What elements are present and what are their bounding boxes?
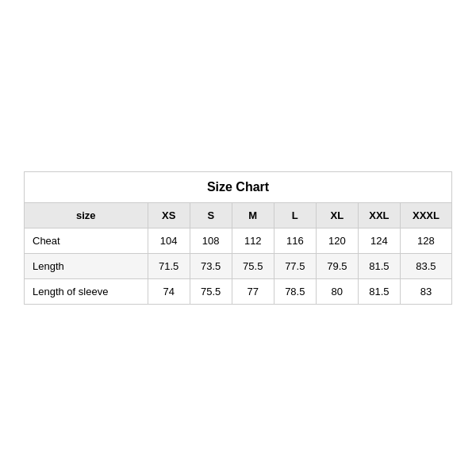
length-xxxl: 83.5 <box>400 254 451 279</box>
cheat-xxxl: 128 <box>400 228 451 254</box>
col-header-l: L <box>274 203 316 228</box>
col-header-s: S <box>190 203 232 228</box>
cheat-m: 112 <box>232 228 274 254</box>
col-header-m: M <box>232 203 274 228</box>
table-row: Length 71.5 73.5 75.5 77.5 79.5 81.5 83.… <box>25 254 452 279</box>
sleeve-s: 75.5 <box>190 279 232 305</box>
header-row: size XS S M L XL XXL XXXL <box>25 203 452 228</box>
sleeve-xxxl: 83 <box>400 279 451 305</box>
col-header-xxl: XXL <box>358 203 400 228</box>
length-xl: 79.5 <box>316 254 358 279</box>
sleeve-xl: 80 <box>316 279 358 305</box>
row-label-length: Length <box>25 254 148 279</box>
size-chart-container: Size Chart size XS S M L XL XXL XXXL Che… <box>24 171 452 305</box>
col-header-xs: XS <box>148 203 190 228</box>
cheat-l: 116 <box>274 228 316 254</box>
length-l: 77.5 <box>274 254 316 279</box>
length-s: 73.5 <box>190 254 232 279</box>
length-m: 75.5 <box>232 254 274 279</box>
size-chart-table: Size Chart size XS S M L XL XXL XXXL Che… <box>24 171 452 305</box>
col-header-xxxl: XXXL <box>400 203 451 228</box>
table-title: Size Chart <box>25 172 452 203</box>
table-row: Length of sleeve 74 75.5 77 78.5 80 81.5… <box>25 279 452 305</box>
length-xxl: 81.5 <box>358 254 400 279</box>
col-header-xl: XL <box>316 203 358 228</box>
length-xs: 71.5 <box>148 254 190 279</box>
col-header-size: size <box>25 203 148 228</box>
sleeve-m: 77 <box>232 279 274 305</box>
row-label-sleeve: Length of sleeve <box>25 279 148 305</box>
row-label-cheat: Cheat <box>25 228 148 254</box>
sleeve-xs: 74 <box>148 279 190 305</box>
cheat-xxl: 124 <box>358 228 400 254</box>
cheat-s: 108 <box>190 228 232 254</box>
title-row: Size Chart <box>25 172 452 203</box>
cheat-xl: 120 <box>316 228 358 254</box>
cheat-xs: 104 <box>148 228 190 254</box>
sleeve-l: 78.5 <box>274 279 316 305</box>
table-row: Cheat 104 108 112 116 120 124 128 <box>25 228 452 254</box>
sleeve-xxl: 81.5 <box>358 279 400 305</box>
